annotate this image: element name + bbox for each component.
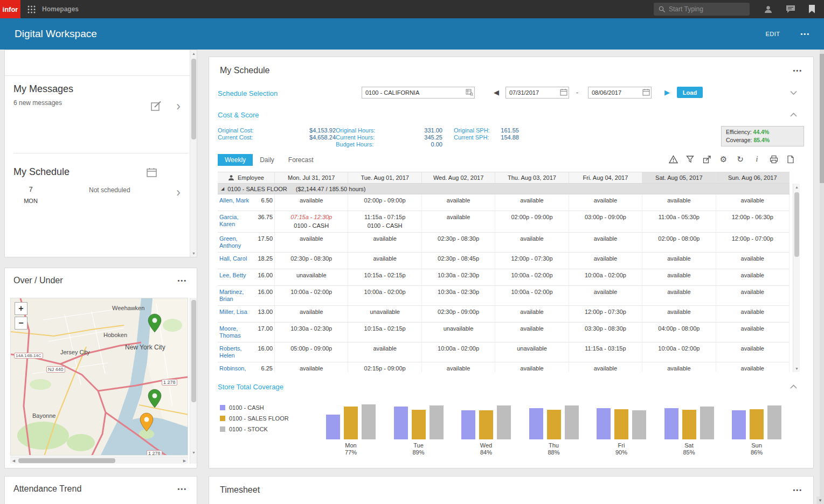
schedule-cell[interactable]: 10:00a - 02:00p (642, 342, 716, 362)
schedule-cell[interactable]: available (716, 253, 790, 269)
bookmark-icon[interactable] (808, 5, 815, 13)
global-search[interactable] (654, 3, 750, 16)
search-input[interactable] (669, 5, 745, 13)
map-horizontal-scrollbar[interactable]: ◀ ▶ (10, 457, 188, 464)
group-expand-icon[interactable]: ◢ (221, 186, 224, 191)
document-icon[interactable] (786, 155, 795, 164)
schedule-cell[interactable]: unavailable (422, 323, 495, 342)
schedule-cell[interactable]: 02:15p - 09:00p (348, 362, 421, 372)
schedule-cell[interactable]: available (569, 286, 642, 305)
schedule-cell[interactable]: 10:00a - 02:00p (275, 286, 348, 305)
user-icon[interactable] (764, 5, 773, 14)
infor-logo[interactable]: infor (0, 0, 20, 18)
warning-icon[interactable] (669, 155, 678, 164)
employee-link[interactable]: Moore, Thomas (218, 323, 254, 342)
schedule-cell[interactable]: 04:00p - 08:00p (642, 323, 716, 342)
schedule-cell[interactable]: 10:00a - 02:00p (348, 286, 421, 305)
schedule-cell[interactable]: available (642, 253, 716, 269)
employee-link[interactable]: Hall, Carol (218, 253, 254, 269)
scroll-left-icon[interactable]: ◀ (10, 457, 17, 464)
scroll-up-icon[interactable]: ▲ (793, 184, 800, 191)
cost-score-label[interactable]: Cost & Score (218, 111, 259, 119)
attendance-more-icon[interactable]: ••• (177, 486, 187, 492)
scroll-up-icon[interactable]: ▲ (190, 50, 197, 57)
map-zoom-in-button[interactable]: + (15, 302, 27, 315)
employee-link[interactable]: Martinez, Brian (218, 286, 254, 305)
refresh-icon[interactable]: ↻ (736, 155, 745, 164)
schedule-cell[interactable]: available (716, 306, 790, 322)
schedule-cell[interactable]: available (569, 194, 642, 211)
schedule-cell[interactable]: available (275, 194, 348, 211)
map-zoom-out-button[interactable]: − (15, 317, 27, 330)
export-icon[interactable] (702, 155, 711, 164)
scroll-down-icon[interactable]: ▼ (190, 250, 197, 257)
schedule-cell[interactable]: available (716, 286, 790, 305)
selection-collapse-icon[interactable] (790, 90, 797, 95)
my-schedule-more-icon[interactable]: ••• (793, 67, 802, 74)
end-date-input[interactable] (588, 87, 652, 99)
schedule-cell[interactable]: available (495, 194, 569, 211)
print-icon[interactable] (769, 155, 778, 164)
schedule-cell[interactable]: 10:00a - 02:00p (569, 269, 642, 285)
schedule-cell[interactable]: available (716, 342, 790, 362)
compose-icon[interactable] (150, 101, 162, 113)
messages-chevron-right-icon[interactable]: › (176, 101, 181, 111)
schedule-chevron-right-icon[interactable]: › (176, 187, 181, 198)
schedule-cell[interactable]: 10:00a - 02:00p (495, 286, 569, 305)
app-grid-icon[interactable] (27, 5, 36, 13)
employee-link[interactable]: Garcia, Karen (218, 211, 254, 232)
edit-button[interactable]: EDIT (765, 31, 780, 37)
schedule-cell[interactable]: 02:00p - 09:00p (348, 194, 421, 211)
schedule-cell[interactable]: available (275, 233, 348, 252)
schedule-cell[interactable]: 12:00p - 06:30p (716, 211, 790, 232)
schedule-cell[interactable]: available (348, 233, 421, 252)
schedule-cell[interactable]: 10:30a - 02:30p (422, 286, 495, 305)
schedule-cell[interactable]: 10:15a - 02:15p (348, 269, 421, 285)
schedule-cell[interactable]: available (642, 286, 716, 305)
employee-link[interactable]: Lee, Betty (218, 269, 254, 285)
start-date-input[interactable] (506, 87, 569, 99)
schedule-cell[interactable]: available (348, 342, 421, 362)
page-scroll-thumb[interactable] (820, 54, 824, 183)
tab-weekly[interactable]: Weekly (218, 154, 253, 166)
page-scrollbar[interactable] (820, 50, 824, 504)
schedule-cell[interactable]: 10:00a - 02:00p (495, 269, 569, 285)
schedule-cell[interactable]: available (495, 323, 569, 342)
page-scroll-down-icon[interactable]: ▼ (816, 496, 824, 504)
employee-link[interactable]: Allen, Mark (218, 194, 254, 211)
schedule-cell[interactable]: available (569, 253, 642, 269)
schedule-cell[interactable]: 02:30p - 08:45p (422, 253, 495, 269)
schedule-cell[interactable]: available (642, 362, 716, 372)
tab-forecast[interactable]: Forecast (281, 154, 321, 166)
map-pin-icon[interactable] (148, 389, 162, 408)
schedule-cell[interactable]: available (716, 362, 790, 372)
schedule-cell[interactable]: available (642, 306, 716, 322)
schedule-cell[interactable]: available (348, 253, 421, 269)
schedule-cell[interactable]: available (422, 211, 495, 232)
department-group-row[interactable]: ◢ 0100 - SALES FLOOR ($2,144.47 / 185.50… (218, 184, 790, 194)
employee-link[interactable]: Green, Anthony (218, 233, 254, 252)
schedule-cell[interactable]: unavailable (275, 269, 348, 285)
schedule-cell[interactable]: 03:00p - 09:00p (569, 211, 642, 232)
schedule-cell[interactable]: available (642, 269, 716, 285)
cost-score-collapse-icon[interactable] (790, 113, 797, 117)
schedule-cell[interactable]: 02:00p - 09:00p (495, 211, 569, 232)
widget-scrollbar[interactable]: ▲ ▼ (190, 50, 197, 257)
schedule-cell[interactable]: 07:15a - 12:30p0100 - CASH (275, 211, 348, 232)
employee-link[interactable]: Robinson, Donald (218, 362, 254, 372)
load-button[interactable]: Load (677, 87, 703, 98)
table-scrollbar[interactable]: ▲ ▼ (793, 184, 800, 372)
schedule-cell[interactable]: available (495, 362, 569, 372)
schedule-cell[interactable]: 10:15a - 02:15p (348, 323, 421, 342)
schedule-cell[interactable]: unavailable (495, 342, 569, 362)
settings-icon[interactable]: ⚙ (719, 155, 728, 164)
schedule-cell[interactable]: available (422, 362, 495, 372)
header-more-icon[interactable]: ••• (800, 31, 810, 37)
next-week-icon[interactable]: ▶ (664, 88, 670, 96)
schedule-cell[interactable]: available (495, 306, 569, 322)
schedule-cell[interactable]: available (275, 362, 348, 372)
schedule-cell[interactable]: 02:30p - 08:30p (422, 233, 495, 252)
filter-icon[interactable] (685, 155, 695, 164)
schedule-cell[interactable]: available (569, 362, 642, 372)
scroll-down-icon[interactable]: ▼ (793, 365, 800, 372)
